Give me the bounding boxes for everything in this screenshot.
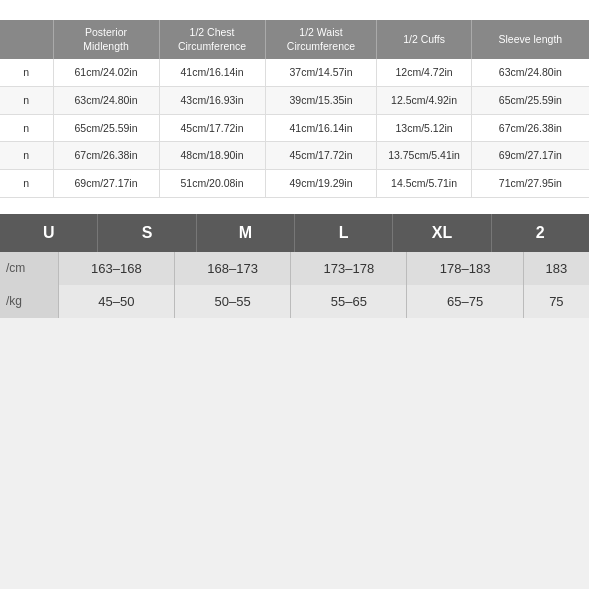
table-cell: n (0, 59, 53, 86)
table-cell: 63cm/24.80in (53, 86, 159, 114)
table-cell: 49cm/19.29in (265, 170, 377, 198)
measurement-table: /cm163–168168–173173–178178–183183 /kg45… (0, 252, 589, 318)
size-selector-item[interactable]: 2 (492, 214, 589, 252)
meas-cell: 75 (523, 285, 589, 318)
size-selector-row[interactable]: USMLXL2 (0, 214, 589, 252)
table-cell: 41cm/16.14in (265, 114, 377, 142)
height-label: /cm (0, 252, 58, 285)
table-cell: 61cm/24.02in (53, 59, 159, 86)
meas-cell: 178–183 (407, 252, 523, 285)
col-header-cuffs: 1/2 Cuffs (377, 20, 471, 59)
table-row: n61cm/24.02in41cm/16.14in37cm/14.57in12c… (0, 59, 589, 86)
table-cell: 71cm/27.95in (471, 170, 589, 198)
size-detail-table-wrapper: PosteriorMidlength 1/2 ChestCircumferenc… (0, 20, 589, 198)
size-selector-item[interactable]: L (295, 214, 393, 252)
size-selector-item[interactable]: U (0, 214, 98, 252)
table-cell: n (0, 86, 53, 114)
table-cell: 12cm/4.72in (377, 59, 471, 86)
size-detail-table: PosteriorMidlength 1/2 ChestCircumferenc… (0, 20, 589, 198)
table-row: n63cm/24.80in43cm/16.93in39cm/15.35in12.… (0, 86, 589, 114)
table-cell: 43cm/16.93in (159, 86, 265, 114)
table-cell: n (0, 142, 53, 170)
table-cell: 37cm/14.57in (265, 59, 377, 86)
meas-cell: 173–178 (291, 252, 407, 285)
weight-label: /kg (0, 285, 58, 318)
table-cell: 41cm/16.14in (159, 59, 265, 86)
col-header-sleeve: Sleeve length (471, 20, 589, 59)
table-cell: n (0, 170, 53, 198)
col-header-size (0, 20, 53, 59)
table-cell: 12.5cm/4.92in (377, 86, 471, 114)
table-cell: 48cm/18.90in (159, 142, 265, 170)
table-cell: 39cm/15.35in (265, 86, 377, 114)
meas-cell: 168–173 (174, 252, 290, 285)
table-cell: 69cm/27.17in (53, 170, 159, 198)
table-cell: 13.75cm/5.41in (377, 142, 471, 170)
page: PosteriorMidlength 1/2 ChestCircumferenc… (0, 0, 589, 318)
table-cell: 67cm/26.38in (471, 114, 589, 142)
meas-cell: 65–75 (407, 285, 523, 318)
height-row: /cm163–168168–173173–178178–183183 (0, 252, 589, 285)
size-selector-item[interactable]: XL (393, 214, 491, 252)
table-header-row: PosteriorMidlength 1/2 ChestCircumferenc… (0, 20, 589, 59)
table-cell: 13cm/5.12in (377, 114, 471, 142)
table-cell: 67cm/26.38in (53, 142, 159, 170)
col-header-waist: 1/2 WaistCircumference (265, 20, 377, 59)
size-selector-item[interactable]: M (197, 214, 295, 252)
table-cell: 14.5cm/5.71in (377, 170, 471, 198)
col-header-posterior: PosteriorMidlength (53, 20, 159, 59)
table-row: n69cm/27.17in51cm/20.08in49cm/19.29in14.… (0, 170, 589, 198)
meas-cell: 183 (523, 252, 589, 285)
table-cell: 69cm/27.17in (471, 142, 589, 170)
table-row: n65cm/25.59in45cm/17.72in41cm/16.14in13c… (0, 114, 589, 142)
col-header-chest: 1/2 ChestCircumference (159, 20, 265, 59)
table-row: n67cm/26.38in48cm/18.90in45cm/17.72in13.… (0, 142, 589, 170)
header (0, 0, 589, 20)
table-cell: 45cm/17.72in (265, 142, 377, 170)
meas-cell: 45–50 (58, 285, 174, 318)
meas-cell: 50–55 (174, 285, 290, 318)
table-cell: 45cm/17.72in (159, 114, 265, 142)
meas-cell: 55–65 (291, 285, 407, 318)
table-cell: 65cm/25.59in (471, 86, 589, 114)
table-cell: 63cm/24.80in (471, 59, 589, 86)
table-cell: 51cm/20.08in (159, 170, 265, 198)
meas-cell: 163–168 (58, 252, 174, 285)
table-cell: 65cm/25.59in (53, 114, 159, 142)
size-selector-item[interactable]: S (98, 214, 196, 252)
spacer (0, 198, 589, 214)
table-cell: n (0, 114, 53, 142)
weight-row: /kg45–5050–5555–6565–7575 (0, 285, 589, 318)
size-table-body: n61cm/24.02in41cm/16.14in37cm/14.57in12c… (0, 59, 589, 197)
